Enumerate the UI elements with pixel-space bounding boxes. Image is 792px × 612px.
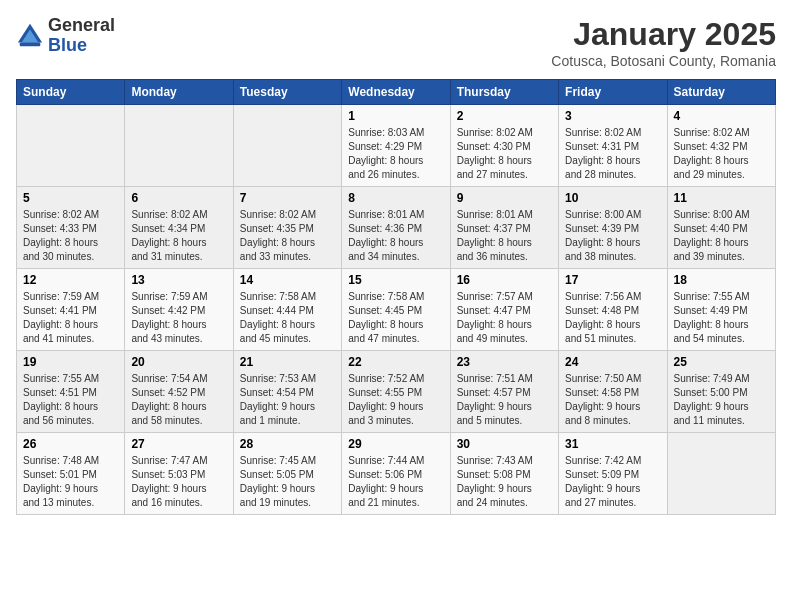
- calendar-body: 1Sunrise: 8:03 AM Sunset: 4:29 PM Daylig…: [17, 105, 776, 515]
- day-number: 7: [240, 191, 335, 205]
- day-number: 13: [131, 273, 226, 287]
- weekday-tuesday: Tuesday: [233, 80, 341, 105]
- calendar-cell: [667, 433, 775, 515]
- day-number: 3: [565, 109, 660, 123]
- day-number: 1: [348, 109, 443, 123]
- weekday-wednesday: Wednesday: [342, 80, 450, 105]
- day-info: Sunrise: 7:43 AM Sunset: 5:08 PM Dayligh…: [457, 454, 552, 510]
- day-number: 22: [348, 355, 443, 369]
- calendar-cell: 7Sunrise: 8:02 AM Sunset: 4:35 PM Daylig…: [233, 187, 341, 269]
- calendar-cell: 26Sunrise: 7:48 AM Sunset: 5:01 PM Dayli…: [17, 433, 125, 515]
- day-number: 11: [674, 191, 769, 205]
- calendar-cell: 17Sunrise: 7:56 AM Sunset: 4:48 PM Dayli…: [559, 269, 667, 351]
- day-info: Sunrise: 8:02 AM Sunset: 4:34 PM Dayligh…: [131, 208, 226, 264]
- calendar-cell: 29Sunrise: 7:44 AM Sunset: 5:06 PM Dayli…: [342, 433, 450, 515]
- calendar-week-3: 12Sunrise: 7:59 AM Sunset: 4:41 PM Dayli…: [17, 269, 776, 351]
- day-info: Sunrise: 7:45 AM Sunset: 5:05 PM Dayligh…: [240, 454, 335, 510]
- day-info: Sunrise: 8:02 AM Sunset: 4:31 PM Dayligh…: [565, 126, 660, 182]
- weekday-thursday: Thursday: [450, 80, 558, 105]
- day-number: 30: [457, 437, 552, 451]
- calendar-cell: 15Sunrise: 7:58 AM Sunset: 4:45 PM Dayli…: [342, 269, 450, 351]
- calendar-cell: [233, 105, 341, 187]
- day-number: 8: [348, 191, 443, 205]
- calendar-cell: 4Sunrise: 8:02 AM Sunset: 4:32 PM Daylig…: [667, 105, 775, 187]
- day-number: 28: [240, 437, 335, 451]
- day-info: Sunrise: 7:51 AM Sunset: 4:57 PM Dayligh…: [457, 372, 552, 428]
- day-number: 27: [131, 437, 226, 451]
- day-info: Sunrise: 7:57 AM Sunset: 4:47 PM Dayligh…: [457, 290, 552, 346]
- calendar-cell: 24Sunrise: 7:50 AM Sunset: 4:58 PM Dayli…: [559, 351, 667, 433]
- calendar-title: January 2025: [551, 16, 776, 53]
- weekday-header-row: SundayMondayTuesdayWednesdayThursdayFrid…: [17, 80, 776, 105]
- calendar-cell: 12Sunrise: 7:59 AM Sunset: 4:41 PM Dayli…: [17, 269, 125, 351]
- day-number: 17: [565, 273, 660, 287]
- day-number: 18: [674, 273, 769, 287]
- calendar-cell: 11Sunrise: 8:00 AM Sunset: 4:40 PM Dayli…: [667, 187, 775, 269]
- day-number: 21: [240, 355, 335, 369]
- calendar-cell: 21Sunrise: 7:53 AM Sunset: 4:54 PM Dayli…: [233, 351, 341, 433]
- day-number: 10: [565, 191, 660, 205]
- day-number: 15: [348, 273, 443, 287]
- calendar-cell: 18Sunrise: 7:55 AM Sunset: 4:49 PM Dayli…: [667, 269, 775, 351]
- day-info: Sunrise: 8:03 AM Sunset: 4:29 PM Dayligh…: [348, 126, 443, 182]
- calendar-subtitle: Cotusca, Botosani County, Romania: [551, 53, 776, 69]
- logo-text-general: General: [48, 15, 115, 35]
- day-number: 6: [131, 191, 226, 205]
- calendar-cell: 23Sunrise: 7:51 AM Sunset: 4:57 PM Dayli…: [450, 351, 558, 433]
- day-number: 16: [457, 273, 552, 287]
- day-info: Sunrise: 7:55 AM Sunset: 4:49 PM Dayligh…: [674, 290, 769, 346]
- day-number: 12: [23, 273, 118, 287]
- day-info: Sunrise: 7:44 AM Sunset: 5:06 PM Dayligh…: [348, 454, 443, 510]
- day-info: Sunrise: 7:47 AM Sunset: 5:03 PM Dayligh…: [131, 454, 226, 510]
- calendar-week-2: 5Sunrise: 8:02 AM Sunset: 4:33 PM Daylig…: [17, 187, 776, 269]
- logo: General Blue: [16, 16, 115, 56]
- day-number: 14: [240, 273, 335, 287]
- calendar-week-5: 26Sunrise: 7:48 AM Sunset: 5:01 PM Dayli…: [17, 433, 776, 515]
- calendar-cell: 22Sunrise: 7:52 AM Sunset: 4:55 PM Dayli…: [342, 351, 450, 433]
- calendar-cell: 13Sunrise: 7:59 AM Sunset: 4:42 PM Dayli…: [125, 269, 233, 351]
- day-number: 24: [565, 355, 660, 369]
- calendar-cell: 3Sunrise: 8:02 AM Sunset: 4:31 PM Daylig…: [559, 105, 667, 187]
- svg-rect-2: [20, 42, 41, 46]
- weekday-saturday: Saturday: [667, 80, 775, 105]
- day-info: Sunrise: 8:02 AM Sunset: 4:30 PM Dayligh…: [457, 126, 552, 182]
- day-number: 20: [131, 355, 226, 369]
- calendar-table: SundayMondayTuesdayWednesdayThursdayFrid…: [16, 79, 776, 515]
- day-info: Sunrise: 7:49 AM Sunset: 5:00 PM Dayligh…: [674, 372, 769, 428]
- calendar-cell: 2Sunrise: 8:02 AM Sunset: 4:30 PM Daylig…: [450, 105, 558, 187]
- calendar-cell: 31Sunrise: 7:42 AM Sunset: 5:09 PM Dayli…: [559, 433, 667, 515]
- day-number: 29: [348, 437, 443, 451]
- logo-text-blue: Blue: [48, 35, 87, 55]
- day-info: Sunrise: 7:54 AM Sunset: 4:52 PM Dayligh…: [131, 372, 226, 428]
- calendar-cell: [17, 105, 125, 187]
- day-info: Sunrise: 8:02 AM Sunset: 4:33 PM Dayligh…: [23, 208, 118, 264]
- calendar-cell: 30Sunrise: 7:43 AM Sunset: 5:08 PM Dayli…: [450, 433, 558, 515]
- calendar-cell: 8Sunrise: 8:01 AM Sunset: 4:36 PM Daylig…: [342, 187, 450, 269]
- day-info: Sunrise: 7:56 AM Sunset: 4:48 PM Dayligh…: [565, 290, 660, 346]
- calendar-cell: [125, 105, 233, 187]
- day-number: 25: [674, 355, 769, 369]
- day-number: 2: [457, 109, 552, 123]
- day-info: Sunrise: 8:01 AM Sunset: 4:37 PM Dayligh…: [457, 208, 552, 264]
- day-info: Sunrise: 8:01 AM Sunset: 4:36 PM Dayligh…: [348, 208, 443, 264]
- day-number: 23: [457, 355, 552, 369]
- day-info: Sunrise: 7:42 AM Sunset: 5:09 PM Dayligh…: [565, 454, 660, 510]
- weekday-sunday: Sunday: [17, 80, 125, 105]
- day-info: Sunrise: 7:55 AM Sunset: 4:51 PM Dayligh…: [23, 372, 118, 428]
- calendar-cell: 16Sunrise: 7:57 AM Sunset: 4:47 PM Dayli…: [450, 269, 558, 351]
- day-number: 31: [565, 437, 660, 451]
- day-info: Sunrise: 7:48 AM Sunset: 5:01 PM Dayligh…: [23, 454, 118, 510]
- day-number: 5: [23, 191, 118, 205]
- day-number: 9: [457, 191, 552, 205]
- day-info: Sunrise: 7:58 AM Sunset: 4:44 PM Dayligh…: [240, 290, 335, 346]
- day-info: Sunrise: 7:50 AM Sunset: 4:58 PM Dayligh…: [565, 372, 660, 428]
- day-number: 26: [23, 437, 118, 451]
- day-info: Sunrise: 7:59 AM Sunset: 4:42 PM Dayligh…: [131, 290, 226, 346]
- weekday-friday: Friday: [559, 80, 667, 105]
- calendar-cell: 27Sunrise: 7:47 AM Sunset: 5:03 PM Dayli…: [125, 433, 233, 515]
- calendar-week-4: 19Sunrise: 7:55 AM Sunset: 4:51 PM Dayli…: [17, 351, 776, 433]
- day-info: Sunrise: 8:00 AM Sunset: 4:40 PM Dayligh…: [674, 208, 769, 264]
- day-number: 4: [674, 109, 769, 123]
- calendar-cell: 25Sunrise: 7:49 AM Sunset: 5:00 PM Dayli…: [667, 351, 775, 433]
- calendar-cell: 19Sunrise: 7:55 AM Sunset: 4:51 PM Dayli…: [17, 351, 125, 433]
